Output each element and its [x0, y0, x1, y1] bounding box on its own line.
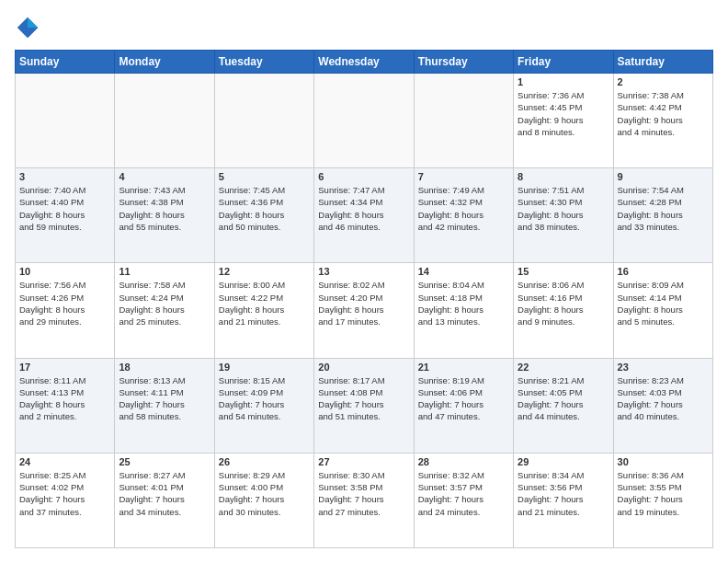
day-info: Sunrise: 8:00 AMSunset: 4:22 PMDaylight:…: [219, 279, 310, 327]
day-cell: 5Sunrise: 7:45 AMSunset: 4:36 PMDaylight…: [214, 168, 313, 263]
day-info: Sunrise: 7:58 AMSunset: 4:24 PMDaylight:…: [119, 279, 210, 327]
day-cell: 4Sunrise: 7:43 AMSunset: 4:38 PMDaylight…: [115, 168, 214, 263]
day-info: Sunrise: 8:30 AMSunset: 3:58 PMDaylight:…: [318, 469, 409, 518]
day-cell: 23Sunrise: 8:23 AMSunset: 4:03 PMDayligh…: [613, 358, 712, 453]
day-number: 5: [219, 171, 310, 182]
weekday-header-wednesday: Wednesday: [314, 51, 414, 74]
day-cell: 15Sunrise: 8:06 AMSunset: 4:16 PMDayligh…: [514, 263, 613, 358]
day-number: 12: [219, 266, 310, 277]
svg-marker-1: [28, 17, 38, 28]
day-info: Sunrise: 7:54 AMSunset: 4:28 PMDaylight:…: [618, 184, 709, 233]
day-number: 23: [618, 362, 709, 373]
day-info: Sunrise: 7:38 AMSunset: 4:42 PMDaylight:…: [618, 89, 709, 138]
day-number: 28: [418, 456, 509, 467]
day-number: 13: [318, 266, 409, 277]
day-info: Sunrise: 8:11 AMSunset: 4:13 PMDaylight:…: [19, 374, 110, 423]
day-info: Sunrise: 8:19 AMSunset: 4:06 PMDaylight:…: [418, 374, 509, 423]
day-cell: [16, 74, 115, 168]
day-info: Sunrise: 8:09 AMSunset: 4:14 PMDaylight:…: [618, 279, 709, 327]
day-number: 19: [219, 362, 310, 373]
day-number: 18: [119, 362, 210, 373]
day-info: Sunrise: 7:47 AMSunset: 4:34 PMDaylight:…: [318, 184, 409, 233]
day-number: 29: [518, 456, 609, 467]
day-cell: 9Sunrise: 7:54 AMSunset: 4:28 PMDaylight…: [613, 168, 712, 263]
day-cell: 7Sunrise: 7:49 AMSunset: 4:32 PMDaylight…: [414, 168, 513, 263]
day-number: 24: [19, 456, 110, 467]
day-info: Sunrise: 8:02 AMSunset: 4:20 PMDaylight:…: [318, 279, 409, 327]
day-cell: 19Sunrise: 8:15 AMSunset: 4:09 PMDayligh…: [214, 358, 313, 453]
weekday-header-row: SundayMondayTuesdayWednesdayThursdayFrid…: [16, 51, 713, 74]
day-cell: [115, 74, 214, 168]
header: [15, 15, 713, 40]
calendar-table: SundayMondayTuesdayWednesdayThursdayFrid…: [15, 50, 713, 548]
day-info: Sunrise: 7:56 AMSunset: 4:26 PMDaylight:…: [19, 279, 110, 327]
day-number: 10: [19, 266, 110, 277]
day-number: 2: [618, 76, 709, 87]
day-number: 30: [618, 456, 709, 467]
day-info: Sunrise: 8:15 AMSunset: 4:09 PMDaylight:…: [219, 374, 310, 423]
day-cell: [414, 74, 513, 168]
day-info: Sunrise: 8:17 AMSunset: 4:08 PMDaylight:…: [318, 374, 409, 423]
day-info: Sunrise: 8:27 AMSunset: 4:01 PMDaylight:…: [119, 469, 210, 518]
day-cell: 13Sunrise: 8:02 AMSunset: 4:20 PMDayligh…: [314, 263, 414, 358]
day-cell: 16Sunrise: 8:09 AMSunset: 4:14 PMDayligh…: [613, 263, 712, 358]
day-info: Sunrise: 8:32 AMSunset: 3:57 PMDaylight:…: [418, 469, 509, 518]
day-number: 7: [418, 171, 509, 182]
day-info: Sunrise: 8:13 AMSunset: 4:11 PMDaylight:…: [119, 374, 210, 423]
day-cell: 1Sunrise: 7:36 AMSunset: 4:45 PMDaylight…: [514, 74, 613, 168]
day-number: 1: [518, 76, 609, 87]
day-cell: 18Sunrise: 8:13 AMSunset: 4:11 PMDayligh…: [115, 358, 214, 453]
weekday-header-sunday: Sunday: [16, 51, 115, 74]
day-info: Sunrise: 8:36 AMSunset: 3:55 PMDaylight:…: [618, 469, 709, 518]
week-row-4: 17Sunrise: 8:11 AMSunset: 4:13 PMDayligh…: [16, 358, 713, 453]
day-cell: 27Sunrise: 8:30 AMSunset: 3:58 PMDayligh…: [314, 453, 414, 547]
day-cell: 26Sunrise: 8:29 AMSunset: 4:00 PMDayligh…: [214, 453, 313, 547]
day-number: 11: [119, 266, 210, 277]
day-info: Sunrise: 7:51 AMSunset: 4:30 PMDaylight:…: [518, 184, 609, 233]
day-number: 3: [19, 171, 110, 182]
day-cell: 10Sunrise: 7:56 AMSunset: 4:26 PMDayligh…: [16, 263, 115, 358]
day-number: 17: [19, 362, 110, 373]
day-cell: 12Sunrise: 8:00 AMSunset: 4:22 PMDayligh…: [214, 263, 313, 358]
day-cell: 3Sunrise: 7:40 AMSunset: 4:40 PMDaylight…: [16, 168, 115, 263]
day-info: Sunrise: 8:04 AMSunset: 4:18 PMDaylight:…: [418, 279, 509, 327]
day-number: 14: [418, 266, 509, 277]
day-cell: 6Sunrise: 7:47 AMSunset: 4:34 PMDaylight…: [314, 168, 414, 263]
day-cell: 21Sunrise: 8:19 AMSunset: 4:06 PMDayligh…: [414, 358, 513, 453]
week-row-3: 10Sunrise: 7:56 AMSunset: 4:26 PMDayligh…: [16, 263, 713, 358]
day-cell: 28Sunrise: 8:32 AMSunset: 3:57 PMDayligh…: [414, 453, 513, 547]
day-number: 27: [318, 456, 409, 467]
day-cell: 30Sunrise: 8:36 AMSunset: 3:55 PMDayligh…: [613, 453, 712, 547]
weekday-header-monday: Monday: [115, 51, 214, 74]
day-number: 4: [119, 171, 210, 182]
day-cell: [214, 74, 313, 168]
day-number: 16: [618, 266, 709, 277]
day-info: Sunrise: 7:45 AMSunset: 4:36 PMDaylight:…: [219, 184, 310, 233]
week-row-1: 1Sunrise: 7:36 AMSunset: 4:45 PMDaylight…: [16, 74, 713, 168]
week-row-5: 24Sunrise: 8:25 AMSunset: 4:02 PMDayligh…: [16, 453, 713, 547]
day-number: 22: [518, 362, 609, 373]
day-info: Sunrise: 7:40 AMSunset: 4:40 PMDaylight:…: [19, 184, 110, 233]
day-info: Sunrise: 8:25 AMSunset: 4:02 PMDaylight:…: [19, 469, 110, 518]
day-cell: 22Sunrise: 8:21 AMSunset: 4:05 PMDayligh…: [514, 358, 613, 453]
day-info: Sunrise: 7:43 AMSunset: 4:38 PMDaylight:…: [119, 184, 210, 233]
page: SundayMondayTuesdayWednesdayThursdayFrid…: [0, 0, 728, 563]
weekday-header-thursday: Thursday: [414, 51, 513, 74]
weekday-header-saturday: Saturday: [613, 51, 712, 74]
logo: [15, 15, 44, 40]
day-cell: 24Sunrise: 8:25 AMSunset: 4:02 PMDayligh…: [16, 453, 115, 547]
day-info: Sunrise: 8:34 AMSunset: 3:56 PMDaylight:…: [518, 469, 609, 518]
day-cell: 20Sunrise: 8:17 AMSunset: 4:08 PMDayligh…: [314, 358, 414, 453]
day-cell: [314, 74, 414, 168]
day-number: 25: [119, 456, 210, 467]
day-number: 20: [318, 362, 409, 373]
day-cell: 17Sunrise: 8:11 AMSunset: 4:13 PMDayligh…: [16, 358, 115, 453]
day-cell: 14Sunrise: 8:04 AMSunset: 4:18 PMDayligh…: [414, 263, 513, 358]
week-row-2: 3Sunrise: 7:40 AMSunset: 4:40 PMDaylight…: [16, 168, 713, 263]
day-info: Sunrise: 8:23 AMSunset: 4:03 PMDaylight:…: [618, 374, 709, 423]
day-number: 15: [518, 266, 609, 277]
day-info: Sunrise: 8:21 AMSunset: 4:05 PMDaylight:…: [518, 374, 609, 423]
day-info: Sunrise: 8:06 AMSunset: 4:16 PMDaylight:…: [518, 279, 609, 327]
day-number: 6: [318, 171, 409, 182]
logo-icon: [15, 15, 40, 40]
